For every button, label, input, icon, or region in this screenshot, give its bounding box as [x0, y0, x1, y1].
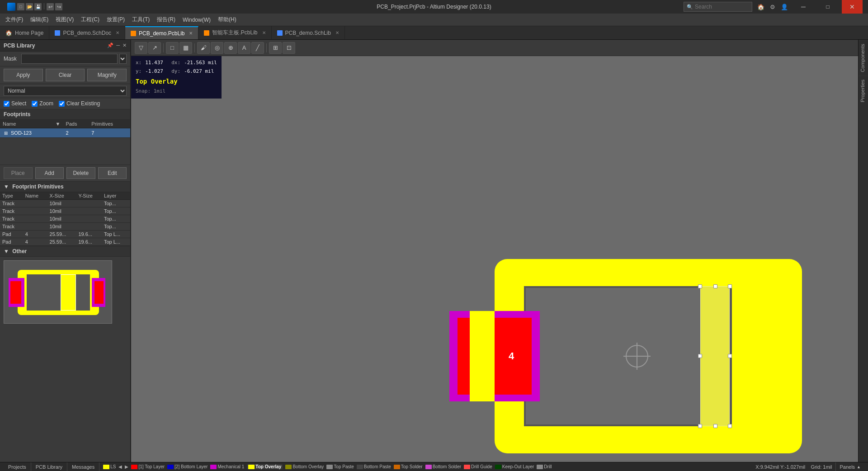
fp-row-sod123[interactable]: ⊞ SOD-123 2 7 — [0, 128, 130, 138]
zoom-tool[interactable]: ⊡ — [283, 42, 295, 54]
select-checkbox[interactable] — [4, 101, 9, 107]
clear-button[interactable]: Clear — [46, 69, 85, 81]
menu-project[interactable]: 工程(C) — [77, 15, 103, 24]
undo-icon[interactable]: ↩ — [47, 3, 54, 10]
prim-row-0[interactable]: Track 10mil Top... — [0, 200, 130, 207]
right-tab-properties[interactable]: Properties — [859, 75, 868, 106]
magnify-button[interactable]: Magnify — [87, 69, 127, 81]
menu-file[interactable]: 文件(F) — [2, 15, 27, 24]
tab-home[interactable]: 🏠 Home Page — [0, 26, 49, 39]
layer-keepout[interactable]: Keep-Out Layer — [495, 464, 534, 469]
smart-car-close[interactable]: ✕ — [262, 30, 266, 35]
line-tool[interactable]: ╱ — [251, 42, 264, 54]
menu-view[interactable]: 视图(V) — [52, 15, 77, 24]
selection-handle-mr[interactable] — [728, 354, 732, 358]
mask-input[interactable] — [21, 54, 118, 64]
fp-selected-pad-bar[interactable] — [700, 286, 730, 426]
save-icon[interactable]: 💾 — [34, 3, 42, 10]
layer-drill-guide[interactable]: Drill Guide — [464, 464, 492, 469]
layer-drill[interactable]: Drill — [537, 464, 552, 469]
layer-bottom-solder[interactable]: Bottom Solder — [425, 464, 461, 469]
menu-place[interactable]: 放置(P) — [103, 15, 128, 24]
prim-row-2[interactable]: Track 10mil Top... — [0, 215, 130, 223]
layer-mech1[interactable]: Mechanical 1 — [210, 464, 244, 469]
layer-bottom-paste[interactable]: Bottom Paste — [357, 464, 391, 469]
rect-tool[interactable]: □ — [166, 42, 179, 54]
layer-top-paste[interactable]: Top Paste — [326, 464, 354, 469]
nav-prev[interactable]: ◀ — [118, 464, 122, 469]
apply-button[interactable]: Apply — [4, 69, 43, 81]
layer-bottom[interactable]: [2] Bottom Layer — [167, 464, 208, 469]
search-input[interactable] — [695, 4, 749, 10]
select-checkbox-label[interactable]: Select — [4, 100, 26, 107]
close-button[interactable]: ✕ — [842, 0, 863, 14]
minimize-button[interactable]: ─ — [793, 0, 814, 14]
mask-dropdown[interactable] — [119, 54, 127, 64]
chart-tool[interactable]: ▦ — [179, 42, 192, 54]
layer-bottom-overlay[interactable]: Bottom Overlay — [285, 464, 324, 469]
primitives-collapse-icon[interactable]: ▼ — [4, 184, 9, 190]
panels-button[interactable]: Panels ▲ — [835, 462, 864, 471]
selection-handle-tl[interactable] — [698, 284, 702, 288]
pin-tool[interactable]: ⊕ — [224, 42, 237, 54]
pin-icon[interactable]: 📌 — [107, 42, 113, 48]
search-box[interactable]: 🔍 — [684, 2, 752, 12]
selection-handle-bm[interactable] — [713, 424, 717, 428]
prim-row-5[interactable]: Pad 4 25.59... 19.6... Top L... — [0, 238, 130, 246]
pcb-lib-close[interactable]: ✕ — [189, 31, 193, 36]
redo-icon[interactable]: ↪ — [55, 3, 62, 10]
menu-tools[interactable]: 工具(T) — [128, 15, 153, 24]
zoom-checkbox-label[interactable]: Zoom — [32, 100, 53, 107]
select-tool[interactable]: ↗ — [148, 42, 161, 54]
settings-icon[interactable]: ⚙ — [768, 2, 778, 12]
new-icon[interactable]: □ — [17, 3, 24, 10]
tab-smart-car[interactable]: 智能车主板.PcbLib ✕ — [198, 26, 271, 39]
prim-row-1[interactable]: Track 10mil Top... — [0, 207, 130, 215]
text-tool[interactable]: A — [238, 42, 250, 54]
selection-handle-ml[interactable] — [698, 354, 702, 358]
circle-tool[interactable]: ◎ — [211, 42, 223, 54]
nav-next[interactable]: ▶ — [125, 464, 128, 469]
prim-row-3[interactable]: Track 10mil Top... — [0, 223, 130, 231]
menu-report[interactable]: 报告(R) — [153, 15, 179, 24]
filter-tool[interactable]: ▽ — [135, 42, 147, 54]
sch-doc-close[interactable]: ✕ — [116, 30, 119, 35]
selection-handle-tm[interactable] — [713, 284, 717, 288]
panel-tab-pcb-library[interactable]: PCB Library — [31, 462, 67, 471]
canvas-area[interactable]: x: 11.437 dx: -21.563 mil y: -1.027 dy: … — [131, 56, 858, 462]
view-mode-select[interactable]: Normal — [4, 86, 127, 96]
maximize-button[interactable]: □ — [817, 0, 838, 14]
grid-tool[interactable]: ⊞ — [269, 42, 282, 54]
selection-handle-tr[interactable] — [728, 284, 732, 288]
tab-sch-doc[interactable]: PCB_demo.SchDoc ✕ — [49, 26, 125, 39]
zoom-checkbox[interactable] — [32, 101, 38, 107]
paint-tool[interactable]: 🖌 — [197, 42, 210, 54]
menu-edit[interactable]: 编辑(E) — [27, 15, 52, 24]
layer-ls[interactable]: LS — [103, 464, 116, 469]
layer-top[interactable]: [1] Top Layer — [131, 464, 165, 469]
delete-button[interactable]: Delete — [66, 167, 95, 179]
panel-tab-messages[interactable]: Messages — [67, 462, 99, 471]
edit-button[interactable]: Edit — [98, 167, 127, 179]
tab-sch-lib[interactable]: PCB_demo.SchLib ✕ — [272, 26, 345, 39]
menu-window[interactable]: Window(W) — [179, 16, 214, 24]
other-collapse-icon[interactable]: ▼ — [4, 248, 9, 254]
tab-pcb-lib[interactable]: PCB_demo.PcbLib ✕ — [125, 26, 198, 39]
clear-existing-label[interactable]: Clear Existing — [59, 100, 100, 107]
selection-handle-bl[interactable] — [698, 424, 702, 428]
fp-right-pad-red[interactable]: 4 — [491, 318, 532, 395]
sch-lib-close[interactable]: ✕ — [335, 30, 339, 35]
selection-handle-br[interactable] — [728, 424, 732, 428]
add-button[interactable]: Add — [35, 167, 64, 179]
layer-top-solder[interactable]: Top Solder — [394, 464, 423, 469]
right-tab-components[interactable]: Components — [859, 40, 868, 75]
layer-top-overlay[interactable]: Top Overlay — [247, 464, 283, 469]
clear-existing-checkbox[interactable] — [59, 101, 65, 107]
menu-help[interactable]: 帮助(H) — [214, 15, 240, 24]
panel-tab-projects[interactable]: Projects — [4, 462, 31, 471]
prim-row-4[interactable]: Pad 4 25.59... 19.6... Top L... — [0, 231, 130, 238]
home-icon[interactable]: 🏠 — [756, 2, 766, 12]
user-icon[interactable]: 👤 — [779, 2, 789, 12]
place-button[interactable]: Place — [4, 167, 33, 179]
panel-close-icon[interactable]: ✕ — [123, 42, 127, 48]
